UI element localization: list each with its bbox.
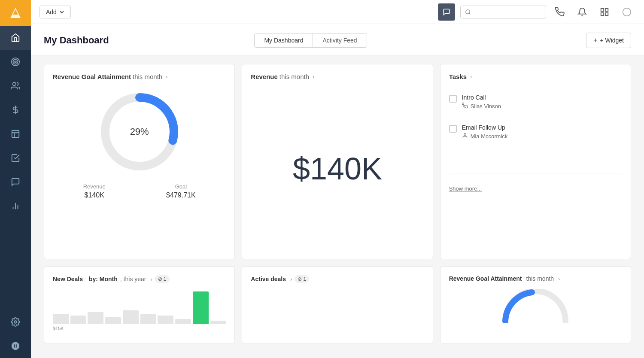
tab-my-dashboard[interactable]: My Dashboard [255, 33, 313, 47]
revenue-goal-title-bold: Revenue Goal Attainment [53, 73, 131, 80]
filter-icon: ⊘ [158, 276, 162, 282]
sidebar-item-home[interactable] [0, 26, 31, 50]
active-deals-filter-count: 1 [303, 276, 306, 282]
search-box[interactable] [460, 6, 546, 18]
active-deals-card: Active deals › ⊘ 1 [242, 266, 433, 343]
task-person-name-intro: Silas Vinson [471, 103, 501, 109]
new-deals-header: New Deals by: Month , this year › ⊘ 1 [53, 275, 226, 283]
active-deals-filter[interactable]: ⊘ 1 [295, 275, 309, 283]
revenue-goal-bottom-chart [449, 289, 622, 323]
bar-7 [158, 316, 173, 324]
revenue-goal-bottom-title-bold: Revenue Goal Attainment [449, 275, 522, 282]
svg-point-10 [466, 9, 470, 13]
revenue-stat-label: Revenue [83, 183, 106, 190]
svg-point-2 [15, 61, 16, 63]
svg-point-3 [13, 82, 16, 85]
new-deals-card: New Deals by: Month , this year › ⊘ 1 [44, 266, 235, 343]
new-deals-chevron[interactable]: › [151, 276, 152, 282]
donut-chart: 29% [53, 89, 226, 175]
sidebar-item-people[interactable] [0, 74, 31, 98]
revenue-goal-chevron[interactable]: › [166, 73, 167, 80]
revenue-title-bold: Revenue [251, 73, 278, 80]
show-more-container: Show more... [449, 173, 622, 192]
task-name-email: Email Follow Up [462, 124, 622, 131]
sidebar-item-dollar[interactable] [0, 98, 31, 122]
revenue-chevron[interactable]: › [313, 73, 314, 80]
new-deals-title-bold: New Deals [53, 276, 83, 282]
filter-count: 1 [164, 276, 167, 282]
revenue-header: Revenue this month › [251, 73, 424, 80]
tasks-chevron[interactable]: › [470, 73, 472, 80]
active-deals-title: Active deals [251, 276, 286, 282]
revenue-goal-bottom-title-light: this month [526, 275, 554, 282]
sidebar-item-analytics[interactable] [0, 194, 31, 218]
tasks-card: Tasks › Intro Call Silas Vi [440, 64, 631, 259]
active-deals-filter-icon: ⊘ [298, 276, 302, 282]
app-logo[interactable] [0, 0, 31, 26]
svg-rect-14 [605, 12, 608, 15]
task-content-intro: Intro Call Silas Vinson [462, 94, 622, 110]
topbar: Add [31, 0, 644, 24]
add-icon: + [593, 36, 597, 44]
sidebar [0, 0, 31, 358]
sidebar-item-tasks[interactable] [0, 146, 31, 170]
page-title: My Dashboard [44, 35, 246, 46]
task-person-name-email: Mia Mccormick [471, 133, 508, 140]
task-checkbox-email[interactable] [449, 125, 457, 133]
task-checkbox-intro[interactable] [449, 95, 457, 103]
sidebar-item-zendesk[interactable] [0, 334, 31, 358]
svg-point-9 [14, 321, 17, 323]
tasks-header: Tasks › [449, 73, 622, 80]
revenue-goal-title-light: this month [133, 73, 162, 80]
svg-point-1 [13, 60, 18, 64]
add-widget-button[interactable]: + + Widget [586, 33, 631, 48]
new-deals-by: by: Month [87, 276, 118, 282]
tasks-title: Tasks [449, 73, 467, 80]
svg-rect-5 [12, 130, 19, 138]
phone-button[interactable] [551, 3, 568, 21]
bell-button[interactable] [574, 3, 591, 21]
search-input[interactable] [474, 9, 541, 15]
bar-10 [210, 321, 226, 324]
chat-icon [443, 8, 450, 16]
svg-rect-13 [605, 8, 608, 11]
svg-line-11 [469, 13, 471, 14]
task-name-intro: Intro Call [462, 94, 622, 101]
task-person-email: Mia Mccormick [462, 133, 622, 140]
sidebar-item-reports[interactable] [0, 122, 31, 146]
show-more-link[interactable]: Show more... [449, 185, 482, 192]
revenue-stat: Revenue $140K [83, 183, 106, 199]
revenue-stat-value: $140K [83, 191, 106, 199]
tab-activity-feed[interactable]: Activity Feed [313, 33, 366, 47]
zendesk-icon[interactable] [618, 3, 635, 21]
bar-highlight: $16.03K [193, 291, 209, 324]
revenue-goal-header: Revenue Goal Attainment this month › [53, 73, 226, 80]
donut-label: 29% [130, 126, 149, 137]
dashboard-grid: Revenue Goal Attainment this month › 29%… [31, 55, 644, 352]
page-header: My Dashboard My Dashboard Activity Feed … [31, 24, 644, 55]
grid-button[interactable] [596, 3, 613, 21]
goal-stat: Goal $479.71K [166, 183, 196, 199]
task-person-intro: Silas Vinson [462, 103, 622, 110]
task-person-icon-intro [462, 103, 468, 110]
revenue-goal-bottom-chevron[interactable]: › [558, 276, 560, 282]
active-deals-value [251, 283, 424, 334]
new-deals-filter[interactable]: ⊘ 1 [155, 275, 170, 283]
active-deals-chevron[interactable]: › [290, 276, 292, 282]
add-button[interactable]: Add [39, 6, 71, 18]
sidebar-item-messages[interactable] [0, 170, 31, 194]
chat-button[interactable] [438, 3, 455, 21]
revenue-goal-card: Revenue Goal Attainment this month › 29%… [44, 64, 235, 259]
bar-3 [88, 312, 103, 324]
sidebar-item-settings[interactable] [0, 310, 31, 334]
goal-stat-value: $479.71K [166, 191, 196, 199]
sidebar-item-target[interactable] [0, 50, 31, 74]
task-person-icon-email [462, 133, 468, 140]
svg-rect-15 [601, 12, 604, 15]
chevron-down-icon [59, 9, 64, 15]
bar-6 [140, 314, 156, 324]
tab-group: My Dashboard Activity Feed [254, 33, 367, 48]
active-deals-header: Active deals › ⊘ 1 [251, 275, 424, 283]
new-deals-year: , this year [120, 276, 146, 282]
widget-label: + Widget [600, 37, 624, 44]
